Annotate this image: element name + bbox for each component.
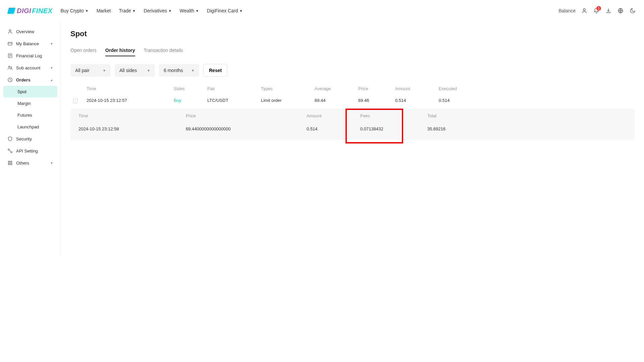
cell-price: 69.46 [358,98,395,103]
header: DIGIFINEX Buy Crypto▼ Market Trade▼ Deri… [0,0,644,21]
sidebar-item-label: Financial Log [16,53,42,58]
filter-pair-select[interactable]: All pair▼ [70,64,111,77]
layout: Overview My Balance ▼ Financial Log Sub … [0,21,644,256]
detail-row: 2024-10-15 23:12:58 69.4400000000000000 … [76,123,629,136]
dcol-time: Time [78,113,186,118]
svg-rect-12 [8,163,10,165]
logo-text-1: DIGI [17,7,31,15]
nav-wealth[interactable]: Wealth▼ [180,8,199,13]
table-row[interactable]: − 2024-10-15 23:12:57 Buy LTC/USDT Limit… [70,94,635,107]
sidebar-item-apisetting[interactable]: API Setting [0,145,61,157]
sidebar-item-label: Overview [16,29,34,34]
sidebar-sub-spot[interactable]: Spot [3,86,57,98]
filter-side-select[interactable]: All sides▼ [115,64,155,77]
dcell-amount: 0.514 [307,126,360,131]
filter-range-select[interactable]: 6 months▼ [159,64,199,77]
dcol-price: Price [186,113,307,118]
chevron-down-icon: ▼ [147,69,150,72]
sidebar: Overview My Balance ▼ Financial Log Sub … [0,21,61,256]
orders-icon [7,77,13,82]
tab-transaction-details[interactable]: Transaction details [144,48,183,56]
globe-icon[interactable] [617,7,624,14]
logo[interactable]: DIGIFINEX [8,7,53,15]
chevron-down-icon: ▼ [50,42,53,46]
sidebar-item-others[interactable]: Others ▼ [0,157,61,169]
svg-rect-11 [10,161,12,163]
chevron-up-icon: ▲ [50,78,53,82]
user-icon[interactable] [581,7,588,14]
download-icon[interactable] [605,7,612,14]
subaccount-icon [7,65,13,70]
svg-point-2 [9,30,11,32]
nav-derivatives[interactable]: Derivatives▼ [144,8,171,13]
chevron-down-icon: ▼ [103,69,106,72]
sidebar-sub-launchpad[interactable]: Launchpad [3,121,57,133]
header-right: Balance 1 [558,7,636,14]
balance-link[interactable]: Balance [558,8,576,13]
page-title: Spot [70,29,635,38]
nav-digifinex-card[interactable]: DigiFinex Card▼ [207,8,243,13]
chevron-down-icon: ▼ [132,9,136,13]
chevron-down-icon: ▼ [85,9,89,13]
detail-header: Time Price Amount Fees Total [76,109,629,123]
sidebar-item-label: Security [16,136,32,141]
security-icon [7,136,13,141]
nav-trade[interactable]: Trade▼ [119,8,136,13]
sidebar-item-mybalance[interactable]: My Balance ▼ [0,38,61,50]
cell-amount: 0.514 [395,98,439,103]
tabs: Open orders Order history Transaction de… [70,48,635,57]
col-time: Time [87,86,174,91]
dcell-time: 2024-10-15 23:12:58 [78,126,186,131]
cell-side: Buy [174,98,207,103]
sidebar-sub-margin[interactable]: Margin [3,98,57,109]
sidebar-item-label: API Setting [16,148,38,154]
dcell-fees: 0.07138432 [360,126,427,131]
svg-rect-3 [8,42,12,45]
sidebar-item-overview[interactable]: Overview [0,25,61,38]
cell-type: Limit order [261,98,315,103]
dcell-price: 69.4400000000000000 [186,126,307,131]
logo-text-2: FINEX [32,7,52,15]
chevron-down-icon: ▼ [196,9,199,13]
sidebar-item-label: Others [16,161,29,166]
log-icon [7,53,13,58]
svg-rect-13 [10,163,12,165]
tab-order-history[interactable]: Order history [105,48,135,56]
sidebar-item-orders[interactable]: Orders ▲ [0,74,61,86]
svg-rect-10 [8,161,10,163]
col-average: Average [315,86,358,91]
main: Spot Open orders Order history Transacti… [61,21,644,256]
sidebar-item-security[interactable]: Security [0,133,61,145]
svg-point-0 [583,9,585,11]
dcol-total: Total [427,113,494,118]
chevron-down-icon: ▼ [239,9,243,13]
bell-icon[interactable]: 1 [593,7,600,14]
logo-icon [7,8,16,14]
chevron-down-icon: ▼ [168,9,172,13]
top-nav: Buy Crypto▼ Market Trade▼ Derivatives▼ W… [61,8,559,13]
cell-executed: 0.514 [439,98,482,103]
sidebar-sub-futures[interactable]: Futures [3,109,57,121]
tab-open-orders[interactable]: Open orders [70,48,97,56]
col-pair: Pair [207,86,261,91]
sidebar-item-subaccount[interactable]: Sub account ▼ [0,62,61,74]
sidebar-item-financiallog[interactable]: Financial Log [0,50,61,62]
chevron-down-icon: ▼ [191,69,195,72]
balance-icon [7,41,13,46]
collapse-toggle[interactable]: − [73,99,78,103]
col-price: Price [358,86,395,91]
sidebar-item-label: Sub account [16,65,40,70]
moon-icon[interactable] [629,7,636,14]
col-sides: Sides [174,86,207,91]
col-amount: Amount [395,86,439,91]
chevron-down-icon: ▼ [50,161,53,165]
cell-avg: 69.44 [315,98,358,103]
filters: All pair▼ All sides▼ 6 months▼ Reset [70,64,635,77]
reset-button[interactable]: Reset [203,64,227,77]
nav-buy-crypto[interactable]: Buy Crypto▼ [61,8,89,13]
svg-point-5 [8,66,10,67]
sidebar-item-label: Orders [16,77,31,82]
col-types: Types [261,86,315,91]
nav-market[interactable]: Market [97,8,111,13]
chevron-down-icon: ▼ [50,66,53,70]
